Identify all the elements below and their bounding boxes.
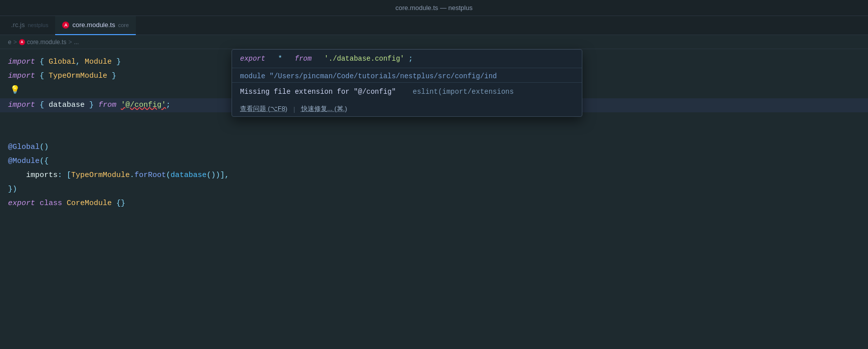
tab-rc-js[interactable]: .rc.js nestplus bbox=[4, 16, 55, 35]
angular-icon: A bbox=[62, 22, 69, 29]
tooltip-module-text: module "/Users/pincman/Code/tutorials/ne… bbox=[240, 72, 497, 80]
code-line-9: imports : [ TypeOrmModule . forRoot ( da… bbox=[0, 168, 868, 183]
tab-core-module-label: core.module.ts bbox=[72, 21, 115, 29]
ident-typeorm-2: TypeOrmModule bbox=[71, 169, 130, 182]
breadcrumb-sep2: > bbox=[68, 39, 72, 46]
tooltip-eslint: eslint(import/extensions bbox=[412, 88, 514, 96]
editor-container: import { Global , Module } import { Type… bbox=[0, 49, 868, 349]
decorator-module: @Module bbox=[8, 155, 40, 167]
tab-core-module-subtitle: core bbox=[118, 22, 129, 28]
ident-imports: imports bbox=[26, 169, 58, 182]
titlebar-text: core.module.ts — nestplus bbox=[395, 4, 473, 12]
tooltip-error-text1: Missing file extension for bbox=[240, 88, 354, 96]
breadcrumb-part1: e bbox=[8, 39, 12, 46]
tooltip-action-view-problem[interactable]: 查看问题 (⌥F8) bbox=[240, 104, 287, 113]
breadcrumb-ellipsis: ... bbox=[74, 39, 79, 46]
class-coremodule: CoreModule bbox=[67, 198, 112, 210]
decorator-global: @Global bbox=[8, 141, 40, 153]
tooltip-error: Missing file extension for "@/config" es… bbox=[232, 83, 582, 101]
ident-database: database bbox=[49, 99, 85, 111]
tooltip-star: * bbox=[278, 55, 282, 63]
method-forroot: forRoot bbox=[134, 169, 166, 182]
ident-database-call: database bbox=[170, 169, 206, 182]
tooltip-error-quote: "@/config" bbox=[354, 88, 396, 96]
tooltip-overlay: export * from './database.config' ; modu… bbox=[232, 49, 582, 117]
tooltip-module-line: module "/Users/pincman/Code/tutorials/ne… bbox=[232, 68, 582, 83]
tab-rc-js-subtitle: nestplus bbox=[28, 22, 48, 28]
code-line-10: }) bbox=[0, 183, 868, 197]
ident-global: Global bbox=[49, 56, 76, 68]
code-line-6 bbox=[0, 126, 868, 140]
titlebar: core.module.ts — nestplus bbox=[0, 0, 868, 16]
tooltip-str-db: './database.config' bbox=[324, 55, 404, 63]
code-line-11: export class CoreModule {} bbox=[0, 197, 868, 211]
kw-import-4: import bbox=[8, 99, 35, 111]
ident-typeorm: TypeOrmModule bbox=[49, 70, 107, 82]
tooltip-kw-from: from bbox=[295, 55, 312, 63]
breadcrumb-sep1: > bbox=[14, 39, 17, 46]
kw-export: export bbox=[8, 198, 35, 210]
ident-module: Module bbox=[85, 56, 112, 68]
tooltip-export-section: export * from './database.config' ; bbox=[232, 50, 582, 68]
tooltip-action-quickfix[interactable]: 快速修复... (⌘.) bbox=[301, 104, 347, 113]
kw-class: class bbox=[40, 198, 62, 210]
breadcrumb: e > A core.module.ts > ... bbox=[0, 35, 868, 49]
lightbulb-icon[interactable]: 💡 bbox=[10, 84, 20, 97]
tooltip-actions: 查看问题 (⌥F8) | 快速修复... (⌘.) bbox=[232, 101, 582, 116]
tab-rc-js-label: .rc.js bbox=[11, 21, 25, 29]
kw-import-1: import bbox=[8, 56, 35, 68]
kw-import-2: import bbox=[8, 70, 35, 82]
breadcrumb-file: core.module.ts bbox=[27, 39, 67, 46]
angular-icon-breadcrumb: A bbox=[19, 39, 25, 45]
str-config: '@/config' bbox=[121, 99, 166, 111]
code-line-8: @Module ({ bbox=[0, 154, 868, 168]
tooltip-kw-export: export bbox=[240, 55, 265, 63]
tab-core-module[interactable]: A core.module.ts core bbox=[55, 16, 136, 35]
kw-from: from bbox=[98, 99, 116, 111]
tabbar: .rc.js nestplus A core.module.ts core bbox=[0, 16, 868, 35]
punct-1: { bbox=[40, 56, 44, 68]
code-line-7: @Global () bbox=[0, 140, 868, 154]
